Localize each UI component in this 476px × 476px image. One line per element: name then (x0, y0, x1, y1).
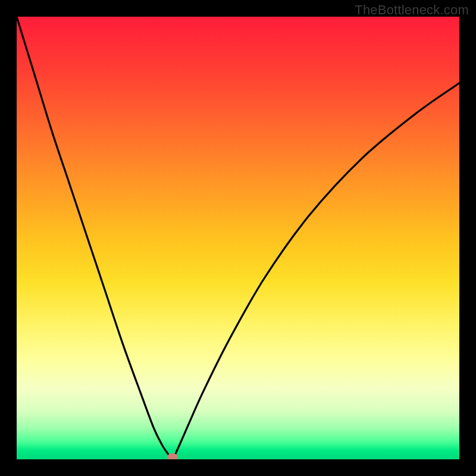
plot-area (17, 17, 459, 459)
optimal-marker (167, 453, 178, 459)
curve-svg (17, 17, 459, 459)
watermark-text: TheBottleneck.com (355, 2, 469, 18)
v-curve-path (17, 17, 459, 459)
chart-canvas: TheBottleneck.com (0, 0, 476, 476)
